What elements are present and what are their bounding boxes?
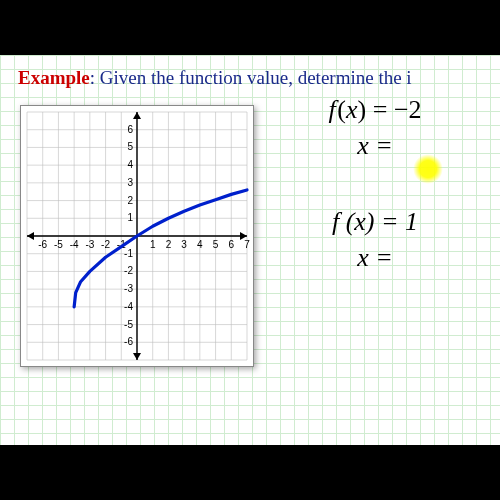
svg-text:1: 1 — [127, 212, 133, 223]
svg-text:6: 6 — [127, 124, 133, 135]
svg-text:-6: -6 — [124, 336, 133, 347]
svg-text:-4: -4 — [124, 301, 133, 312]
svg-text:3: 3 — [181, 239, 187, 250]
svg-text:6: 6 — [229, 239, 235, 250]
svg-marker-35 — [27, 232, 34, 240]
example-label: Example — [18, 67, 90, 88]
equation-2: f (x) = 1 — [280, 207, 470, 237]
svg-text:1: 1 — [150, 239, 156, 250]
example-prompt: Given the function value, determine the … — [100, 67, 412, 88]
svg-text:4: 4 — [197, 239, 203, 250]
svg-text:-6: -6 — [38, 239, 47, 250]
svg-text:7: 7 — [244, 239, 250, 250]
svg-text:5: 5 — [213, 239, 219, 250]
svg-text:5: 5 — [127, 141, 133, 152]
equation-1: f (x) = −2 — [280, 95, 470, 125]
svg-text:3: 3 — [127, 177, 133, 188]
svg-text:-3: -3 — [124, 283, 133, 294]
answer-1: x = — [280, 131, 470, 161]
svg-marker-34 — [133, 353, 141, 360]
example-header: Example: Given the function value, deter… — [18, 67, 412, 89]
svg-text:-3: -3 — [85, 239, 94, 250]
svg-text:2: 2 — [166, 239, 172, 250]
formula-block: f (x) = −2 x = f (x) = 1 x = — [280, 95, 470, 279]
svg-text:-5: -5 — [124, 319, 133, 330]
svg-text:2: 2 — [127, 195, 133, 206]
svg-text:-4: -4 — [70, 239, 79, 250]
svg-text:-2: -2 — [101, 239, 110, 250]
svg-text:4: 4 — [127, 159, 133, 170]
svg-marker-33 — [133, 112, 141, 119]
svg-text:-2: -2 — [124, 265, 133, 276]
answer-2: x = — [280, 243, 470, 273]
svg-text:-5: -5 — [54, 239, 63, 250]
example-sep: : — [90, 67, 100, 88]
function-graph-card: -6-5-4-3-2-11234567-6-5-4-3-2-1123456 — [20, 105, 254, 367]
function-graph: -6-5-4-3-2-11234567-6-5-4-3-2-1123456 — [21, 106, 253, 366]
svg-text:-1: -1 — [124, 248, 133, 259]
